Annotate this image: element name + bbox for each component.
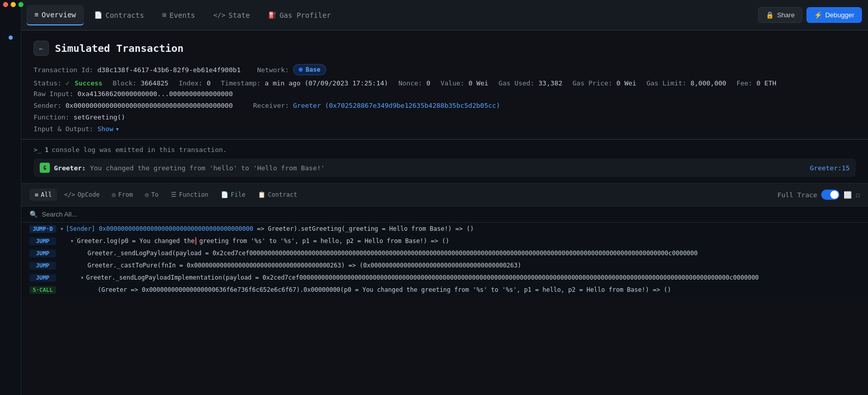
value-value: 0 Wei — [469, 79, 488, 87]
contract-icon: 📋 — [258, 191, 266, 198]
trace-toolbar: ≡ All </> OpCode ◎ From ◎ To ☰ Function … — [21, 184, 868, 206]
receiver-link[interactable]: Greeter (0x702528867e349d9be12635b4288b3… — [293, 102, 500, 109]
trace-function-label: Function — [179, 191, 209, 198]
tab-events-label: Events — [169, 11, 195, 19]
show-label: Show — [97, 125, 113, 133]
trace-tab-function[interactable]: ☰ Function — [166, 189, 214, 201]
index-value: 0 — [207, 79, 211, 87]
status-value: Success — [75, 79, 103, 87]
tx-header: ← Simulated Transaction Transaction Id: … — [21, 31, 868, 139]
network-label: Network: — [257, 66, 289, 74]
nonce-value: 0 — [426, 79, 430, 87]
console-log-row: G Greeter: You changed the greeting from… — [34, 159, 856, 177]
debugger-label: Debugger — [825, 11, 854, 19]
trace-right: Full Trace ⬜ ☐ — [777, 190, 860, 200]
console-text: console log was emitted in this transact… — [51, 146, 226, 154]
raw-input-label: Raw Input: — [34, 90, 73, 98]
expand-icon[interactable]: ⬜ — [844, 191, 852, 199]
timestamp-label: Timestamp: — [221, 79, 261, 87]
tab-overview[interactable]: ≡ Overview — [26, 5, 84, 25]
chevron-down-icon[interactable]: ▾ — [70, 237, 74, 245]
io-row: Input & Output: Show ▾ — [34, 125, 856, 133]
tab-gas-profiler[interactable]: ⛽ Gas Profiler — [260, 5, 339, 25]
check-icon: ✓ — [66, 79, 70, 87]
state-icon: </> — [214, 11, 225, 19]
file-icon: 📄 — [221, 191, 228, 198]
greeter-message: You changed the greeting from 'hello' to… — [90, 164, 806, 172]
chevron-down-icon: ▾ — [115, 125, 120, 133]
raw-input-value: 0xa41368620000000000...0000000000000000 — [77, 90, 233, 98]
gas-price-value: 0 Wei — [617, 79, 636, 87]
search-input[interactable] — [42, 210, 860, 218]
minimize-dot — [11, 2, 16, 7]
block-label: Block: — [112, 79, 136, 87]
sender-receiver-row: Sender: 0x000000000000000000000000000000… — [34, 102, 856, 109]
network-badge: Base — [293, 64, 326, 75]
console-log-icon: >_ — [34, 146, 42, 154]
nonce-label: Nonce: — [398, 79, 422, 87]
sender-label: Sender: — [34, 102, 62, 109]
to-icon: ◎ — [145, 191, 149, 198]
function-row: Function: setGreeting() — [34, 113, 856, 121]
tx-title-row: ← Simulated Transaction — [34, 41, 856, 56]
trace-file-label: File — [231, 191, 246, 198]
timestamp-value: a min ago (07/09/2023 17:25:14) — [265, 79, 388, 87]
trace-content: Greeter.log(p0 = You changed the greetin… — [76, 237, 860, 245]
console-count: 1 — [45, 146, 49, 154]
tab-overview-label: Overview — [42, 11, 76, 19]
back-button[interactable]: ← — [34, 41, 49, 56]
index-label: Index: — [179, 79, 202, 87]
share-label: Share — [777, 11, 795, 19]
gas-profiler-icon: ⛽ — [268, 11, 276, 19]
fee-value: 0 ETH — [757, 79, 776, 87]
tab-state[interactable]: </> State — [206, 5, 258, 25]
show-io-button[interactable]: Show ▾ — [97, 125, 119, 133]
debugger-icon: ⚡ — [814, 11, 822, 19]
function-icon: ☰ — [171, 191, 177, 198]
overview-icon: ≡ — [35, 11, 39, 18]
tx-id-label: Transaction Id: — [34, 66, 93, 74]
collapse-icon[interactable]: ☐ — [856, 191, 860, 199]
contracts-icon: 📄 — [94, 11, 102, 19]
tab-events[interactable]: ⊞ Events — [154, 5, 203, 25]
greeter-ref[interactable]: Greeter:15 — [810, 164, 850, 172]
sidebar-indicator — [9, 36, 13, 40]
tx-id-value: d38c138f-4617-43b6-82f9-eb61e4f900b1 — [97, 66, 241, 74]
trace-tab-opcode[interactable]: </> OpCode — [59, 189, 105, 201]
tx-title: Simulated Transaction — [55, 42, 184, 54]
fee-label: Fee: — [736, 79, 752, 87]
trace-badge: JUMP — [30, 250, 56, 257]
chevron-down-icon[interactable]: ▾ — [80, 274, 84, 281]
trace-highlight: Greeter.log(p0 = You changed the — [76, 237, 195, 245]
share-button[interactable]: 🔒 Share — [758, 7, 802, 23]
trace-tab-file[interactable]: 📄 File — [216, 189, 251, 201]
console-section: >_ 1 console log was emitted in this tra… — [21, 139, 868, 184]
trace-all-label: All — [41, 191, 52, 198]
top-nav: ☰ ≡ Overview 📄 Contracts ⊞ Events </> St… — [0, 0, 868, 31]
trace-content: [Sender] 0x00000000000000000000000000000… — [66, 225, 860, 232]
maximize-dot — [18, 2, 23, 7]
chevron-down-icon[interactable]: ▾ — [60, 225, 64, 232]
function-label: Function: — [34, 113, 69, 121]
full-trace-toggle[interactable] — [821, 190, 840, 200]
left-sidebar — [0, 0, 21, 395]
debugger-button[interactable]: ⚡ Debugger — [806, 7, 862, 23]
trace-tab-all[interactable]: ≡ All — [30, 189, 57, 201]
trace-tab-contract[interactable]: 📋 Contract — [253, 189, 303, 201]
trace-content: Greeter._sendLogPayloadImplementation(pa… — [86, 274, 860, 281]
network-name: Base — [306, 66, 321, 73]
share-icon: 🔒 — [766, 11, 774, 19]
function-value: setGreeting() — [73, 113, 125, 121]
trace-badge: JUMP — [30, 262, 56, 269]
tab-contracts-label: Contracts — [105, 11, 144, 19]
trace-tab-to[interactable]: ◎ To — [140, 189, 164, 201]
gas-used-label: Gas Used: — [499, 79, 534, 87]
trace-row: JUMP▾Greeter._sendLogPayloadImplementati… — [21, 271, 868, 284]
trace-from-label: From — [118, 191, 133, 198]
gas-limit-value: 8,000,000 — [690, 79, 726, 87]
tab-contracts[interactable]: 📄 Contracts — [86, 5, 152, 25]
close-dot — [3, 2, 8, 7]
trace-tab-from[interactable]: ◎ From — [107, 189, 138, 201]
trace-content: (Greeter => 0x000000000000000000636f6e73… — [98, 286, 860, 293]
gas-used-value: 33,382 — [538, 79, 562, 87]
